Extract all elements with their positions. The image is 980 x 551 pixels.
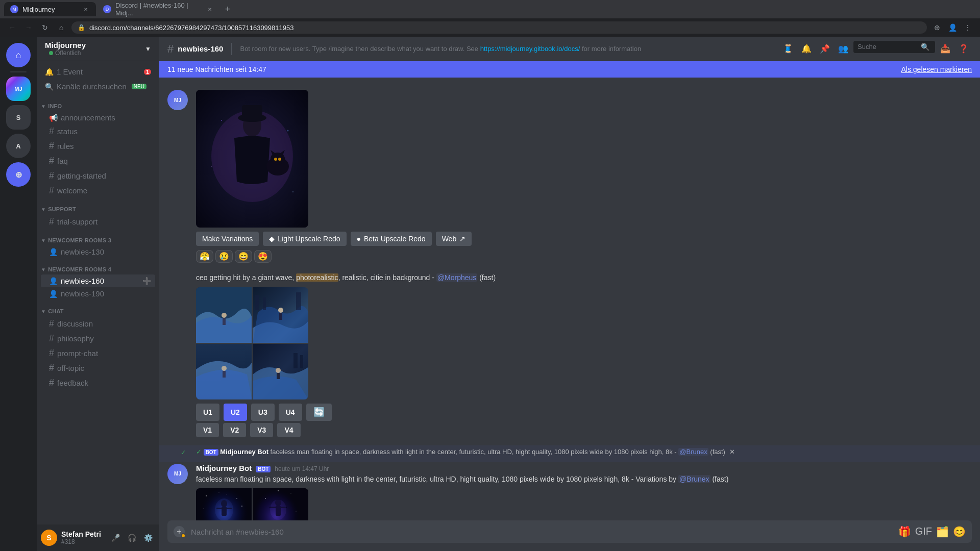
add-file-btn[interactable]: + [174, 526, 185, 537]
midjourney-server-icon[interactable]: MJ [6, 77, 31, 101]
category-info[interactable]: ▼ INFO [37, 95, 159, 111]
react-btn-2[interactable]: ↩ [925, 273, 939, 287]
channel-feedback[interactable]: # feedback [41, 375, 155, 390]
react-btn[interactable]: ↩ [925, 90, 939, 104]
sidebar-item-events[interactable]: 🔔 1 Event 1 [41, 65, 155, 78]
channel-discussion[interactable]: # discussion [41, 316, 155, 331]
u1-btn[interactable]: U1 [196, 404, 219, 421]
tab-close-btn[interactable]: ✕ [82, 5, 90, 13]
menu-btn[interactable]: ⋮ [962, 21, 974, 34]
channel-newbies-190[interactable]: 👤 newbies-190 [41, 287, 155, 300]
deafen-btn[interactable]: 🎧 [125, 531, 139, 545]
brunex-mention-preview[interactable]: @Brunex [678, 448, 708, 456]
channel-faq[interactable]: # faq [41, 154, 155, 168]
server-icon-1[interactable]: S [6, 105, 31, 130]
channel-status[interactable]: # status [41, 124, 155, 139]
v2-btn[interactable]: V2 [223, 423, 246, 437]
channel-getting-started[interactable]: # getting-started [41, 168, 155, 183]
tab-discord-close[interactable]: ✕ [206, 5, 213, 13]
u4-btn[interactable]: U4 [279, 404, 302, 421]
react-btn-4[interactable]: ↩ [925, 466, 939, 480]
channel-newbies-130[interactable]: 👤 newbies-130 [41, 245, 155, 258]
channel-newbies-160[interactable]: 👤 newbies-160 ➕ [41, 274, 155, 287]
reaction-angry[interactable]: 😤 [196, 250, 213, 263]
back-btn[interactable]: ← [6, 21, 18, 34]
web-btn[interactable]: Web ↗ [436, 232, 472, 246]
home-btn[interactable]: ⌂ [55, 21, 67, 34]
channel-welcome[interactable]: # welcome [41, 183, 155, 198]
notification-settings-btn[interactable]: 🔔 [798, 41, 815, 57]
light-upscale-btn[interactable]: ◆ Light Upscale Redo [263, 232, 346, 246]
new-tab-btn[interactable]: + [220, 2, 235, 16]
channel-trial-support[interactable]: # trial-support [41, 214, 155, 229]
category-newcomer4[interactable]: ▼ NEWCOMER ROOMS 4 [37, 258, 159, 274]
home-server-icon[interactable]: ⌂ [6, 43, 31, 67]
wave-img-3[interactable] [196, 344, 252, 399]
hash-icon-ot: # [49, 363, 54, 373]
wave-img-1[interactable] [196, 287, 252, 343]
brunex-mention[interactable]: @Brunex [678, 475, 710, 483]
forward-btn[interactable]: → [22, 21, 35, 34]
beta-upscale-btn[interactable]: ● Beta Upscale Redo [351, 232, 432, 246]
docs-link[interactable]: https://midjourney.gitbook.io/docs/ [480, 45, 580, 53]
v1-btn[interactable]: V1 [196, 423, 219, 437]
tab-midjourney[interactable]: M Midjourney ✕ [4, 2, 96, 16]
message-input-field[interactable] [191, 527, 892, 537]
tab-label: Midjourney [22, 6, 55, 13]
thread-btn[interactable]: 🧵 [780, 41, 796, 57]
more-btn-4[interactable]: ⋯ [958, 466, 972, 480]
channel-announcements[interactable]: 📢 announcements [41, 111, 155, 124]
dismiss-btn[interactable]: ✕ [729, 448, 735, 456]
server-header[interactable]: Midjourney Öffentlich ▼ [37, 37, 159, 61]
more-btn[interactable]: ⋯ [958, 90, 972, 104]
gift-btn[interactable]: 🎁 [898, 525, 911, 538]
reply-btn-4[interactable]: ↪ [941, 466, 955, 480]
channels-search[interactable]: 🔍 Kanäle durchsuchen NEU [41, 80, 155, 93]
morpheus-mention[interactable]: @Morpheus [436, 273, 477, 282]
channel-philosophy[interactable]: # philosophy [41, 331, 155, 346]
address-bar[interactable]: 🔒 discord.com/channels/66226797698429747… [71, 21, 927, 34]
server-icon-2[interactable]: A [6, 134, 31, 158]
channel-prompt-chat[interactable]: # prompt-chat [41, 346, 155, 361]
sticker-btn[interactable]: 🗂️ [936, 525, 949, 538]
reply-btn-2[interactable]: ↪ [941, 273, 955, 287]
channel-rules[interactable]: # rules [41, 139, 155, 154]
category-support[interactable]: ▼ SUPPORT [37, 198, 159, 214]
inbox-btn[interactable]: 📥 [937, 41, 953, 57]
reply-btn[interactable]: ↪ [941, 90, 955, 104]
category-chat[interactable]: ▼ CHAT [37, 300, 159, 316]
reaction-sad[interactable]: 😢 [215, 250, 233, 263]
search-input[interactable] [857, 43, 919, 51]
members-btn[interactable]: 👥 [835, 41, 851, 57]
wave-img-2[interactable] [253, 287, 308, 343]
pin-btn[interactable]: 📌 [817, 41, 833, 57]
space-img-2[interactable] [253, 488, 308, 520]
make-variations-btn[interactable]: Make Variations [196, 232, 259, 246]
more-btn-2[interactable]: ⋯ [958, 273, 972, 287]
help-btn[interactable]: ❓ [955, 41, 972, 57]
search-bar[interactable]: 🔍 [853, 41, 935, 53]
reaction-smile[interactable]: 😄 [235, 250, 252, 263]
mute-btn[interactable]: 🎤 [108, 531, 122, 545]
emoji-btn[interactable]: 😊 [953, 525, 966, 538]
hash-icon-pc: # [49, 348, 54, 359]
u2-btn[interactable]: U2 [224, 404, 247, 421]
server-icon-3[interactable]: ⊕ [6, 162, 31, 187]
refresh-btn-img[interactable]: 🔄 [306, 404, 332, 421]
v3-btn[interactable]: V3 [250, 423, 273, 437]
channel-off-topic[interactable]: # off-topic [41, 361, 155, 375]
circle-icon: ● [357, 235, 361, 243]
tab-discord[interactable]: D Discord | #newbies-160 | Midj... ✕ [97, 2, 219, 16]
category-newcomer3[interactable]: ▼ NEWCOMER ROOMS 3 [37, 229, 159, 245]
u3-btn[interactable]: U3 [251, 404, 275, 421]
settings-btn[interactable]: ⚙️ [141, 531, 155, 545]
wave-img-4[interactable] [253, 344, 308, 399]
reaction-heart-eyes[interactable]: 😍 [254, 250, 272, 263]
space-img-1[interactable] [196, 488, 252, 520]
gif-btn[interactable]: GIF [915, 525, 932, 538]
refresh-btn[interactable]: ↻ [39, 21, 51, 34]
extensions-btn[interactable]: ⊕ [931, 21, 943, 34]
profile-btn[interactable]: 👤 [946, 21, 959, 34]
mark-read-btn[interactable]: Als gelesen markieren [901, 65, 972, 73]
v4-btn[interactable]: V4 [277, 423, 300, 437]
